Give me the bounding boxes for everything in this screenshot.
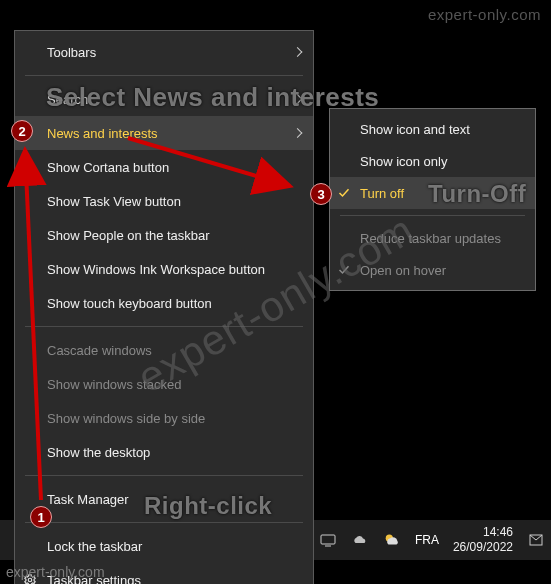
menu-item-label: Cascade windows bbox=[47, 343, 152, 358]
menu-item-label: Task Manager bbox=[47, 492, 129, 507]
submenu-item-icon-text[interactable]: Show icon and text bbox=[330, 113, 535, 145]
check-icon bbox=[338, 264, 350, 276]
annotation-badge-3: 3 bbox=[310, 183, 332, 205]
menu-item-touch-keyboard[interactable]: Show touch keyboard button bbox=[15, 286, 313, 320]
menu-item-label: Toolbars bbox=[47, 45, 96, 60]
menu-item-search[interactable]: Search bbox=[15, 82, 313, 116]
menu-item-label: Lock the taskbar bbox=[47, 539, 142, 554]
menu-separator bbox=[25, 326, 303, 327]
submenu-item-label: Show icon only bbox=[360, 154, 447, 169]
annotation-badge-1: 1 bbox=[30, 506, 52, 528]
menu-separator bbox=[25, 475, 303, 476]
watermark-top-right: expert-only.com bbox=[428, 6, 541, 23]
tray-date: 26/09/2022 bbox=[453, 540, 513, 555]
tray-monitor-icon[interactable] bbox=[319, 531, 337, 549]
tray-time: 14:46 bbox=[453, 525, 513, 540]
menu-item-label: Search bbox=[47, 92, 88, 107]
taskbar-context-menu: Toolbars Search News and interests Show … bbox=[14, 30, 314, 584]
menu-item-lock-taskbar[interactable]: Lock the taskbar bbox=[15, 529, 313, 563]
tray-weather-icon[interactable] bbox=[383, 531, 401, 549]
submenu-item-label: Turn off bbox=[360, 186, 404, 201]
menu-item-task-manager[interactable]: Task Manager bbox=[15, 482, 313, 516]
menu-item-stacked[interactable]: Show windows stacked bbox=[15, 367, 313, 401]
submenu-item-icon-only[interactable]: Show icon only bbox=[330, 145, 535, 177]
menu-item-cortana[interactable]: Show Cortana button bbox=[15, 150, 313, 184]
menu-item-task-view[interactable]: Show Task View button bbox=[15, 184, 313, 218]
submenu-item-label: Reduce taskbar updates bbox=[360, 231, 501, 246]
news-interests-submenu: Show icon and text Show icon only Turn o… bbox=[329, 108, 536, 291]
menu-item-sidebyside[interactable]: Show windows side by side bbox=[15, 401, 313, 435]
menu-item-ink[interactable]: Show Windows Ink Workspace button bbox=[15, 252, 313, 286]
tray-language[interactable]: FRA bbox=[415, 533, 439, 547]
menu-item-label: Show Cortana button bbox=[47, 160, 169, 175]
menu-item-label: Show touch keyboard button bbox=[47, 296, 212, 311]
menu-item-cascade[interactable]: Cascade windows bbox=[15, 333, 313, 367]
menu-separator bbox=[25, 75, 303, 76]
menu-item-news-interests[interactable]: News and interests bbox=[15, 116, 313, 150]
menu-item-label: Show Task View button bbox=[47, 194, 181, 209]
submenu-item-reduce-updates[interactable]: Reduce taskbar updates bbox=[330, 222, 535, 254]
check-icon bbox=[338, 187, 350, 199]
menu-item-label: Show the desktop bbox=[47, 445, 150, 460]
submenu-item-label: Show icon and text bbox=[360, 122, 470, 137]
menu-item-people[interactable]: Show People on the taskbar bbox=[15, 218, 313, 252]
svg-rect-1 bbox=[321, 535, 335, 544]
watermark-bottom-left: expert-only.com bbox=[6, 564, 105, 580]
menu-separator bbox=[25, 522, 303, 523]
annotation-badge-2: 2 bbox=[11, 120, 33, 142]
menu-item-label: Show windows stacked bbox=[47, 377, 181, 392]
menu-separator bbox=[340, 215, 525, 216]
menu-item-label: Show windows side by side bbox=[47, 411, 205, 426]
menu-item-show-desktop[interactable]: Show the desktop bbox=[15, 435, 313, 469]
menu-item-toolbars[interactable]: Toolbars bbox=[15, 35, 313, 69]
submenu-item-label: Open on hover bbox=[360, 263, 446, 278]
menu-item-label: Show People on the taskbar bbox=[47, 228, 210, 243]
menu-item-label: News and interests bbox=[47, 126, 158, 141]
submenu-item-open-hover[interactable]: Open on hover bbox=[330, 254, 535, 286]
submenu-item-turn-off[interactable]: Turn off bbox=[330, 177, 535, 209]
menu-item-label: Show Windows Ink Workspace button bbox=[47, 262, 265, 277]
tray-clock[interactable]: 14:46 26/09/2022 bbox=[453, 525, 513, 555]
tray-notification-icon[interactable] bbox=[527, 531, 545, 549]
tray-onedrive-icon[interactable] bbox=[351, 531, 369, 549]
